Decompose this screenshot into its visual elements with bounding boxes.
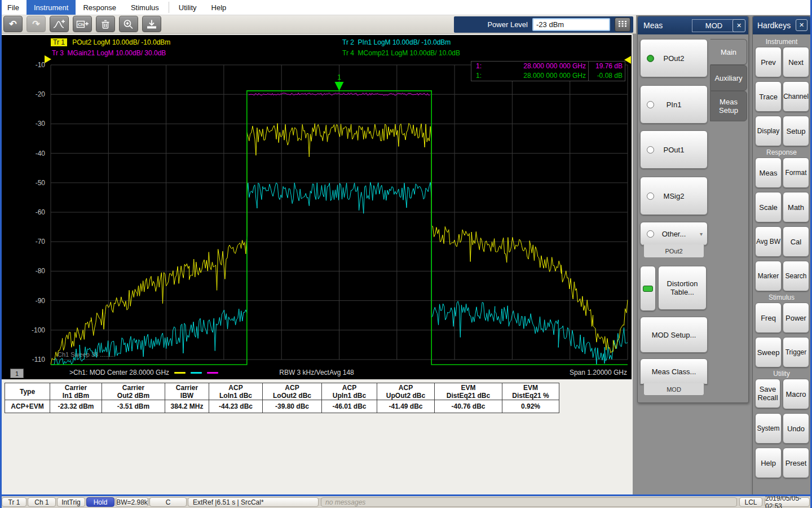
hardkey-avg-bw[interactable]: Avg BW [755,226,782,257]
redo-button[interactable]: ↷ [27,16,46,32]
save-button[interactable] [142,16,161,32]
tab-auxiliary[interactable]: Auxiliary [710,65,747,91]
hardkey-freq[interactable]: Freq [755,303,782,333]
y-axis-label: -50 [36,179,46,187]
trace4-badge: Tr 4 [342,49,354,57]
hardkey-undo[interactable]: Undo [783,413,809,444]
cell-evm-dbc: -40.76 dBc [435,400,502,413]
hardkey-channel[interactable]: Channel [783,81,809,112]
menu-item-stimulus[interactable]: Stimulus [123,0,166,15]
hardkey-marker[interactable]: Marker [755,261,782,291]
keypad-button[interactable] [615,17,630,32]
trace2-annotation[interactable]: Tr 2 PIn1 LogM 10.00dB/ -10.0dBm [342,38,451,46]
marker-1-label: 1 [337,73,341,81]
trace3-annotation[interactable]: Tr 3 MGain21 LogM 10.00dB/ 30.0dB [52,49,166,57]
hardkey-trace[interactable]: Trace [755,81,782,112]
meas-button-pout1[interactable]: POut1 [640,130,708,169]
hardkey-save-recall[interactable]: Save Recall [755,379,780,408]
hardkey-cal[interactable]: Cal [783,226,809,257]
trace3-text: MGain21 LogM 10.00dB/ 30.0dB [68,49,166,57]
status-message: no messages [321,497,737,507]
hardkey-system[interactable]: System [755,413,782,444]
trace4-text: MComp21 LogM 10.00dB/ 10.0dB [358,49,460,57]
table-header-row: Type CarrierIn1 dBm CarrierOut2 dBm Carr… [5,383,559,400]
tab-meas-setup[interactable]: Meas Setup [710,91,747,121]
tab-main[interactable]: Main [710,39,747,65]
status-trace[interactable]: Tr 1 [2,497,27,507]
zoom-button[interactable] [119,16,138,32]
trash-icon [99,19,112,30]
hardkey-next[interactable]: Next [783,47,809,77]
hardkey-trigger[interactable]: Trigger [783,337,809,367]
hardkey-search[interactable]: Search [783,261,809,291]
hardkey-scale[interactable]: Scale [755,192,782,222]
menu-item-help[interactable]: Help [204,0,234,15]
hardkey-help[interactable]: Help [755,448,782,478]
close-icon[interactable]: ✕ [796,19,807,31]
marker-1-triangle[interactable] [335,82,344,91]
trace3-color-dash [207,372,218,374]
delete-button[interactable] [96,16,115,32]
distortion-table-button[interactable]: Distortion Table... [658,266,707,310]
marker-frequency: 28.000 000 000 GHz [493,62,589,71]
hardkeys-title: Hardkeys [757,21,791,30]
meas-button-other[interactable]: Other... ▾ [640,222,708,246]
meas-button-label: Distortion Table... [662,279,703,296]
cell-carrier-ibw: 384.2 MHz [165,400,209,413]
radio-on-icon [647,55,654,62]
meas-button-label: PIn1 [667,100,682,109]
meas-class-value: MOD [643,383,704,396]
status-trigger[interactable]: IntTrig [57,497,85,507]
hardkey-setup[interactable]: Setup [783,116,809,146]
close-icon[interactable]: ✕ [732,19,745,32]
power-level-input[interactable] [532,18,610,31]
hardkey-format[interactable]: Format [783,157,809,188]
y-axis-label: -30 [36,120,46,128]
meas-button-pin1[interactable]: PIn1 [640,85,708,124]
meas-button-label: Other... [662,230,686,238]
y-axis-label: -110 [32,356,45,364]
trace4-annotation[interactable]: Tr 4 MComp21 LogM 10.00dB/ 10.0dB [342,49,460,57]
menu-item-file[interactable]: File [0,0,27,15]
menu-item-utility[interactable]: Utility [171,0,204,15]
trace2-color-dash [191,372,202,374]
status-bandwidth[interactable]: BW=2.98k [116,497,148,507]
meas-button-msig2[interactable]: MSig2 [640,177,708,215]
section-label-instrument: Instrument [753,38,810,46]
hardkey-power[interactable]: Power [783,303,809,333]
status-hold[interactable]: Hold [86,497,114,507]
cell-evm-pct: 0.92% [502,400,559,413]
col-header-acp-upin1: ACPUpIn1 dBc [322,383,377,400]
hardkeys-titlebar: Hardkeys ✕ [753,16,810,34]
col-header-type: Type [5,383,50,400]
status-correction[interactable]: C [149,497,187,507]
menu-item-response[interactable]: Response [76,0,123,15]
col-header-acp-loout2: ACPLoOut2 dBc [263,383,322,400]
add-trace-button[interactable] [50,16,69,32]
trace3-badge: Tr 3 [52,49,64,57]
meas-class-button[interactable]: Meas Class... [640,358,708,384]
mod-setup-button[interactable]: MOD Setup... [640,317,708,353]
undo-button[interactable]: ↶ [3,16,23,32]
spectrum-plot: -10-20-30-40-50-60-70-80-90-100-110Ch1 S… [2,35,632,379]
hardkey-prev[interactable]: Prev [755,47,782,77]
meas-mode-selector[interactable]: MOD [692,19,736,32]
trace1-annotation[interactable]: Tr 1 POut2 LogM 10.00dB/ -10.0dBm [51,38,170,46]
add-channel-button[interactable]: Ch [73,16,92,32]
distortion-table-toggle[interactable] [640,266,656,311]
spectrum-chart: -10-20-30-40-50-60-70-80-90-100-110Ch1 S… [2,35,632,379]
status-channel[interactable]: Ch 1 [28,497,56,507]
cell-carrier-in1: -23.32 dBm [50,400,102,413]
channel-badge[interactable]: 1 [10,369,24,378]
toggle-led-icon [643,286,653,292]
keypad-icon [617,20,628,29]
hardkey-display[interactable]: Display [755,116,782,146]
menu-item-instrument[interactable]: Instrument [27,0,76,15]
meas-button-pout2[interactable]: POut2 [640,39,708,77]
hardkey-preset[interactable]: Preset [783,448,809,478]
status-extref[interactable]: ExtRef |6.51 s | SrcCal* [188,497,319,507]
hardkey-math[interactable]: Math [783,192,809,222]
hardkey-meas[interactable]: Meas [755,157,782,188]
hardkey-macro[interactable]: Macro [783,379,809,409]
hardkey-sweep[interactable]: Sweep [755,337,782,367]
